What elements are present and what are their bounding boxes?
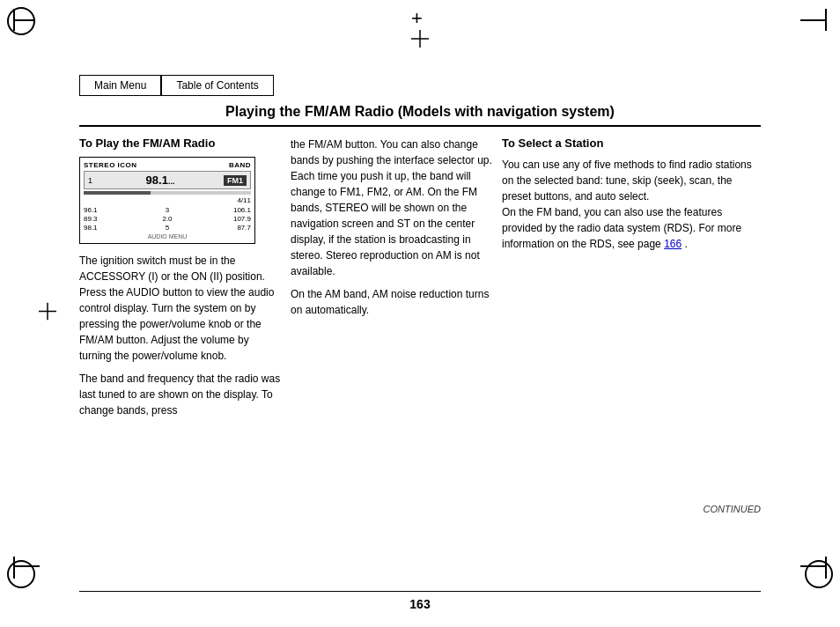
preset-3: 106.1 (195, 206, 251, 214)
radio-display-image: STEREO ICON BAND 1 98.1... FM1 4/11 96.1… (79, 157, 255, 244)
preset-8: 5 (140, 224, 195, 232)
audio-menu-label: AUDIO MENU (84, 233, 251, 240)
preset-5: 2.0 (140, 215, 195, 223)
right-section-title: To Select a Station (502, 136, 761, 150)
right-para: You can use any of five methods to find … (502, 157, 761, 252)
tuner-progress (84, 191, 251, 195)
band-label: BAND (229, 161, 251, 169)
preset-2: 3 (140, 206, 195, 214)
preset-count: 4/11 (84, 196, 251, 204)
toc-button[interactable]: Table of Contents (161, 75, 273, 96)
right-column: To Select a Station You can use any of f… (502, 136, 761, 259)
left-section-title: To Play the FM/AM Radio (79, 136, 282, 150)
preset-9: 87.7 (195, 224, 251, 232)
frequency-display: 98.1... (146, 173, 175, 187)
preset-7: 98.1 (84, 224, 139, 232)
crosshair-top (411, 7, 429, 25)
page-link-166[interactable]: 166 (664, 238, 682, 250)
circle-mark-br (805, 560, 833, 588)
page-title: Playing the FM/AM Radio (Models with nav… (79, 104, 761, 127)
corner-mark-tr-v (825, 9, 827, 31)
stereo-icon-label: STEREO ICON (84, 161, 137, 169)
preset-6: 107.9 (195, 215, 251, 223)
preset-1: 96.1 (84, 206, 139, 214)
main-menu-button[interactable]: Main Menu (79, 75, 161, 96)
right-para-text: You can use any of five methods to find … (502, 159, 752, 250)
circle-mark-bl (7, 560, 35, 588)
crosshair-left (39, 303, 56, 325)
channel-number: 1 (88, 176, 97, 185)
content-area: To Play the FM/AM Radio STEREO ICON BAND… (79, 136, 761, 548)
band-box: FM1 (224, 175, 247, 186)
circle-mark-tl (7, 7, 35, 35)
preset-4: 89.3 (84, 215, 139, 223)
left-column: To Play the FM/AM Radio STEREO ICON BAND… (79, 136, 282, 425)
nav-bar: Main Menu Table of Contents (79, 75, 274, 96)
corner-mark-tr-h (800, 19, 827, 21)
right-para-period: . (685, 238, 688, 250)
left-para-2: The band and frequency that the radio wa… (79, 371, 282, 418)
continued-label: CONTINUED (704, 504, 761, 514)
preset-list: 96.1 3 106.1 89.3 2.0 107.9 98.1 5 87.7 (84, 206, 251, 232)
page-number: 163 (79, 591, 761, 611)
middle-column: the FM/AM button. You can also change ba… (291, 136, 493, 325)
mid-para-2: On the AM band, AM noise reduction turns… (291, 286, 493, 318)
left-para-1: The ignition switch must be in the ACCES… (79, 253, 282, 364)
mid-para-1: the FM/AM button. You can also change ba… (291, 136, 493, 279)
